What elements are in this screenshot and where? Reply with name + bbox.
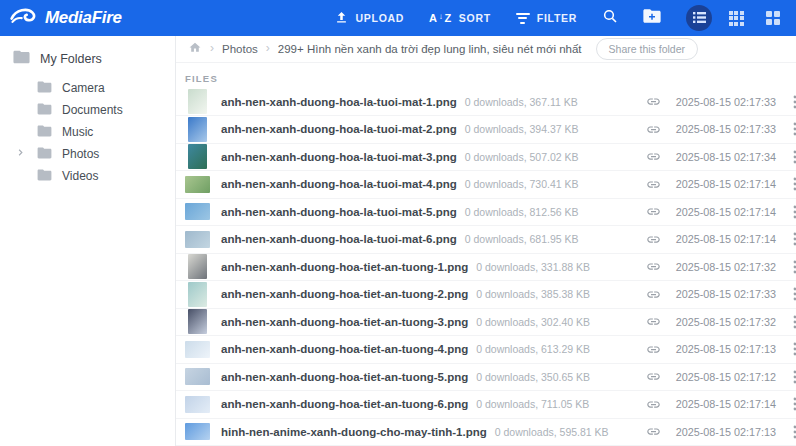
file-name[interactable]: anh-nen-xanh-duong-hoa-la-tuoi-mat-1.png [221, 96, 457, 108]
file-name[interactable]: anh-nen-xanh-duong-hoa-la-tuoi-mat-5.png [221, 206, 457, 218]
file-thumbnail[interactable] [188, 282, 207, 307]
share-folder-button[interactable]: Share this folder [596, 38, 698, 60]
file-meta: 0 downloads, 367.11 KB [465, 96, 578, 108]
file-date: 2025-08-15 02:17:14 [676, 178, 776, 190]
sidebar-item-camera[interactable]: Camera [0, 77, 175, 99]
kebab-icon [789, 95, 796, 109]
file-row[interactable]: anh-nen-xanh-duong-hoa-la-tuoi-mat-3.png… [176, 144, 796, 172]
list-view-toggle[interactable] [686, 5, 712, 31]
file-name[interactable]: anh-nen-xanh-duong-hoa-la-tuoi-mat-2.png [221, 123, 457, 135]
file-name[interactable]: anh-nen-xanh-duong-hoa-tiet-an-tuong-5.p… [221, 371, 468, 383]
mediafire-swirl-icon [10, 6, 40, 30]
file-thumbnail[interactable] [188, 254, 207, 279]
search-button[interactable] [602, 8, 618, 28]
file-thumbnail[interactable] [188, 144, 207, 169]
chevron-right-icon[interactable] [15, 147, 27, 159]
mediafire-logo[interactable]: MediaFire [10, 6, 122, 30]
file-row[interactable]: anh-nen-xanh-duong-hoa-la-tuoi-mat-2.png… [176, 116, 796, 144]
upload-label: UPLOAD [356, 12, 405, 24]
sidebar-item-documents[interactable]: Documents [0, 99, 175, 121]
logo-wordmark: MediaFire [45, 8, 122, 28]
file-row[interactable]: anh-nen-xanh-duong-hoa-la-tuoi-mat-6.png… [176, 226, 796, 254]
row-menu-button[interactable] [789, 177, 796, 191]
file-thumbnail[interactable] [185, 396, 210, 413]
file-name[interactable]: anh-nen-xanh-duong-hoa-tiet-an-tuong-3.p… [221, 316, 468, 328]
file-row[interactable]: anh-nen-xanh-duong-hoa-tiet-an-tuong-5.p… [176, 364, 796, 392]
file-row[interactable]: anh-nen-xanh-duong-hoa-tiet-an-tuong-6.p… [176, 391, 796, 419]
view-toggle-group [686, 5, 786, 31]
file-row[interactable]: anh-nen-xanh-duong-hoa-la-tuoi-mat-5.png… [176, 199, 796, 227]
file-name[interactable]: hinh-nen-anime-xanh-duong-cho-may-tinh-1… [221, 426, 487, 438]
kebab-icon [789, 397, 796, 411]
row-menu-button[interactable] [789, 260, 796, 274]
file-name[interactable]: anh-nen-xanh-duong-hoa-tiet-an-tuong-1.p… [221, 261, 468, 273]
sidebar-folder-label: Documents [62, 103, 123, 117]
file-meta: 0 downloads, 812.56 KB [465, 206, 579, 218]
sidebar-item-music[interactable]: Music [0, 121, 175, 143]
file-thumbnail[interactable] [185, 203, 210, 220]
row-menu-button[interactable] [789, 95, 796, 109]
row-menu-button[interactable] [789, 150, 796, 164]
row-menu-button[interactable] [789, 315, 796, 329]
file-thumbnail[interactable] [185, 176, 210, 193]
row-menu-button[interactable] [789, 397, 796, 411]
file-thumbnail[interactable] [185, 423, 210, 440]
file-name[interactable]: anh-nen-xanh-duong-hoa-la-tuoi-mat-3.png [221, 151, 457, 163]
file-row[interactable]: hinh-nen-anime-xanh-duong-cho-may-tinh-1… [176, 419, 796, 446]
copy-link-button[interactable] [646, 177, 661, 192]
row-menu-button[interactable] [789, 370, 796, 384]
row-menu-button[interactable] [789, 122, 796, 136]
file-row[interactable]: anh-nen-xanh-duong-hoa-tiet-an-tuong-2.p… [176, 281, 796, 309]
filter-button[interactable]: FILTER [516, 12, 577, 24]
file-name[interactable]: anh-nen-xanh-duong-hoa-la-tuoi-mat-6.png [221, 233, 457, 245]
file-row[interactable]: anh-nen-xanh-duong-hoa-tiet-an-tuong-3.p… [176, 309, 796, 337]
file-thumbnail[interactable] [185, 341, 210, 358]
row-menu-button[interactable] [789, 287, 796, 301]
sidebar-item-my-folders[interactable]: My Folders [0, 46, 175, 77]
row-menu-button[interactable] [789, 205, 796, 219]
copy-link-button[interactable] [646, 424, 661, 439]
copy-link-button[interactable] [646, 232, 661, 247]
breadcrumb-photos-link[interactable]: Photos [222, 43, 258, 55]
copy-link-button[interactable] [646, 342, 661, 357]
file-meta: 0 downloads, 507.02 KB [465, 151, 579, 163]
copy-link-button[interactable] [646, 397, 661, 412]
file-thumbnail[interactable] [185, 368, 210, 385]
small-grid-view-toggle[interactable] [723, 5, 749, 31]
file-name[interactable]: anh-nen-xanh-duong-hoa-tiet-an-tuong-6.p… [221, 398, 468, 410]
copy-link-button[interactable] [646, 94, 661, 109]
copy-link-button[interactable] [646, 287, 661, 302]
copy-link-button[interactable] [646, 369, 661, 384]
sidebar-item-photos[interactable]: Photos [0, 143, 175, 165]
file-thumbnail[interactable] [185, 231, 210, 248]
file-thumbnail[interactable] [188, 117, 207, 142]
copy-link-button[interactable] [646, 122, 661, 137]
file-meta: 0 downloads, 595.81 KB [495, 426, 609, 438]
file-row[interactable]: anh-nen-xanh-duong-hoa-tiet-an-tuong-4.p… [176, 336, 796, 364]
file-row[interactable]: anh-nen-xanh-duong-hoa-la-tuoi-mat-4.png… [176, 171, 796, 199]
kebab-icon [789, 315, 796, 329]
copy-link-button[interactable] [646, 204, 661, 219]
copy-link-button[interactable] [646, 259, 661, 274]
sidebar-item-videos[interactable]: Videos [0, 165, 175, 187]
row-menu-button[interactable] [789, 232, 796, 246]
file-thumbnail[interactable] [188, 309, 207, 334]
file-name[interactable]: anh-nen-xanh-duong-hoa-la-tuoi-mat-4.png [221, 178, 457, 190]
breadcrumb: › Photos › 299+ Hình nền xanh da trời đẹ… [176, 36, 796, 63]
file-row[interactable]: anh-nen-xanh-duong-hoa-tiet-an-tuong-1.p… [176, 254, 796, 282]
copy-link-button[interactable] [646, 149, 661, 164]
link-icon [646, 369, 661, 384]
copy-link-button[interactable] [646, 314, 661, 329]
file-name[interactable]: anh-nen-xanh-duong-hoa-tiet-an-tuong-2.p… [221, 288, 468, 300]
upload-button[interactable]: UPLOAD [334, 10, 405, 27]
file-name[interactable]: anh-nen-xanh-duong-hoa-tiet-an-tuong-4.p… [221, 343, 468, 355]
row-menu-button[interactable] [789, 342, 796, 356]
sort-button[interactable]: A↓Z SORT [429, 12, 491, 25]
file-row[interactable]: anh-nen-xanh-duong-hoa-la-tuoi-mat-1.png… [176, 89, 796, 117]
large-grid-view-toggle[interactable] [760, 5, 786, 31]
new-folder-button[interactable] [643, 8, 661, 28]
file-thumbnail[interactable] [188, 89, 207, 114]
sidebar-folder-label: Photos [62, 147, 99, 161]
home-icon[interactable] [188, 40, 202, 58]
row-menu-button[interactable] [789, 425, 796, 439]
